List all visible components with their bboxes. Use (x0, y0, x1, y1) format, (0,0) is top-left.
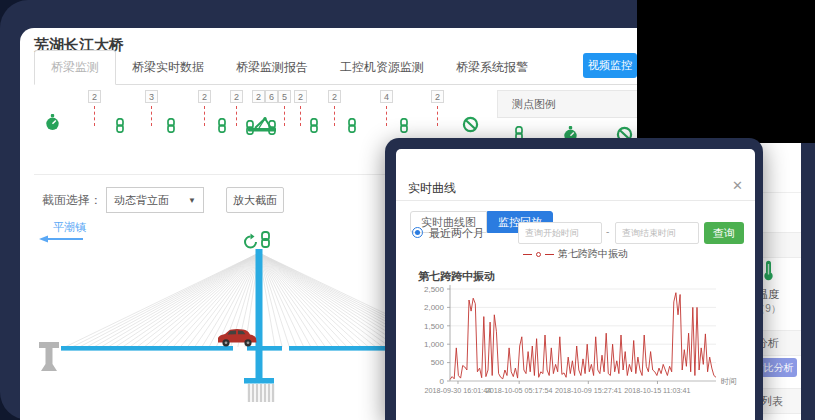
abutment-pier (39, 342, 59, 371)
tower-piles (249, 384, 273, 402)
svg-text:2018-10-09 15:27:41: 2018-10-09 15:27:41 (555, 386, 622, 395)
chain-icon[interactable] (346, 118, 358, 133)
sensor-count-badge: 6 (265, 90, 278, 103)
sensor-marker-line (300, 106, 301, 126)
sensor-count-badge: 5 (278, 90, 291, 103)
clock-icon[interactable] (45, 114, 60, 131)
chart-legend[interactable]: 第七跨跨中振动 (396, 247, 755, 261)
query-end-input[interactable] (615, 222, 699, 244)
date-range-separator: - (606, 226, 609, 237)
dialog-title: 实时曲线 (408, 180, 456, 197)
bridge-deck (247, 346, 282, 351)
sensor-count-badge: 2 (328, 90, 341, 103)
svg-text:2,500: 2,500 (424, 285, 445, 294)
radio-label: 最近两个月 (429, 226, 484, 241)
vibration-chart: 05001,0001,5002,0002,5002018-09-30 16:01… (414, 281, 740, 419)
svg-text:1,000: 1,000 (424, 340, 445, 349)
enlarge-section-button[interactable]: 放大截面 (226, 187, 284, 213)
query-row: 最近两个月 - 查询 (396, 222, 755, 244)
sensor-count-badge: 2 (431, 90, 444, 103)
sensor-marker-line (204, 106, 205, 126)
sensor-marker-line (386, 106, 387, 126)
svg-text:时间: 时间 (721, 377, 737, 386)
sensor-count-badge: 2 (252, 90, 265, 103)
sensor-marker-line (94, 106, 95, 126)
section-select-dropdown[interactable]: 动态背立面 ▼ (106, 187, 204, 213)
svg-text:2,000: 2,000 (424, 303, 445, 312)
dialog-inner: 实时曲线 ✕ 实时曲线图 监控回放 最近两个月 - 查询 第七跨跨中振动 (396, 149, 755, 420)
bridge-tower (256, 249, 263, 380)
query-start-input[interactable] (518, 222, 602, 244)
chain-icon[interactable] (216, 118, 228, 133)
sensor-count-badge: 2 (230, 90, 243, 103)
svg-text:2018-10-15 11:03:41: 2018-10-15 11:03:41 (624, 386, 690, 395)
svg-text:2018-09-30 16:01:44: 2018-09-30 16:01:44 (425, 386, 492, 395)
sensor-marker-line (284, 106, 285, 126)
sensor-count-badge: 4 (380, 90, 393, 103)
sensor-marker-line (437, 106, 438, 126)
chain-icon[interactable] (308, 118, 320, 133)
sensor-marker-line (151, 106, 152, 126)
svg-text:0: 0 (440, 377, 445, 386)
legend-line-icon (523, 254, 532, 255)
legend-label: 第七跨跨中振动 (558, 247, 628, 261)
tower-footing-cap (244, 378, 274, 384)
town-label: 平潮镇 (53, 221, 86, 233)
sensor-marker-line (334, 106, 335, 126)
sensor-count-badge: 2 (198, 90, 211, 103)
query-button[interactable]: 查询 (704, 222, 744, 244)
dialog-header: 实时曲线 ✕ (396, 175, 755, 201)
close-icon[interactable]: ✕ (732, 178, 743, 193)
section-select-label: 截面选择： (42, 192, 102, 209)
direction-arrow-head (39, 236, 48, 243)
tower-top-sensor-icons[interactable] (245, 232, 269, 248)
sensor-marker-line (236, 106, 237, 126)
svg-text:1,500: 1,500 (424, 322, 445, 331)
chain-icon[interactable] (165, 118, 177, 133)
vibration-chart-svg: 05001,0001,5002,0002,5002018-09-30 16:01… (414, 281, 740, 415)
bridge-deck (61, 346, 233, 351)
realtime-curve-modal: 实时曲线 ✕ 实时曲线图 监控回放 最近两个月 - 查询 第七跨跨中振动 (385, 138, 763, 420)
svg-text:2018-10-05 05:17:54: 2018-10-05 05:17:54 (486, 386, 553, 395)
thermometer-icon (762, 267, 775, 284)
chevron-down-icon: ▼ (188, 196, 196, 205)
section-select-value: 动态背立面 (114, 193, 169, 208)
sensor-count-badge: 2 (88, 90, 101, 103)
chain-icon[interactable] (398, 118, 410, 133)
black-overlay-window (637, 0, 815, 143)
ban-icon[interactable] (462, 116, 479, 133)
legend-line-icon (545, 254, 554, 255)
chain-icon[interactable] (266, 120, 278, 135)
chain-icon[interactable] (114, 118, 126, 133)
car-illustration (218, 329, 257, 346)
radio-last-two-months[interactable] (412, 227, 423, 238)
sensor-count-badge: 2 (294, 90, 307, 103)
legend-dot-icon (536, 252, 541, 257)
screenshot-stage: 芜湖长江大桥 桥梁监测 桥梁实时数据 桥梁监测报告 工控机资源监测 桥梁系统报警… (0, 0, 815, 420)
svg-text:500: 500 (431, 358, 445, 367)
sensor-count-badge: 3 (145, 90, 158, 103)
